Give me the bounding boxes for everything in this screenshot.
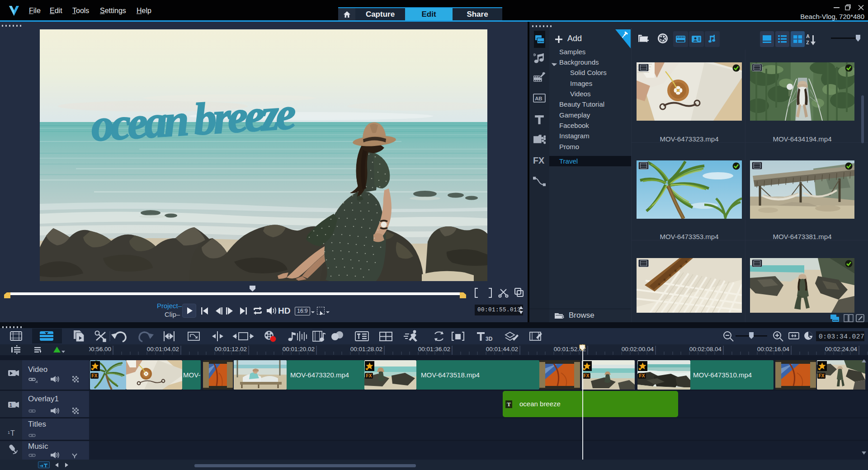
svg-text:A: A [806,33,810,39]
svg-text:FX: FX [533,155,544,165]
svg-text:3D: 3D [486,336,493,342]
svg-text:AB: AB [535,96,542,101]
svg-text:1: 1 [9,403,12,408]
svg-text:T: T [10,429,15,437]
svg-text:0:03:34.027: 0:03:34.027 [819,333,864,340]
svg-text:HD: HD [278,306,290,315]
svg-text:Z: Z [806,40,809,45]
svg-text:1: 1 [8,430,10,435]
